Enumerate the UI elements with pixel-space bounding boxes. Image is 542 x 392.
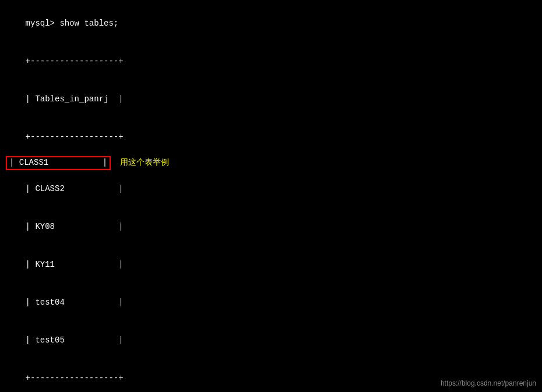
- line-ky11: | KY11 |: [6, 246, 536, 284]
- line-class1: | CLASS1 | 用这个表举例: [6, 156, 536, 170]
- prompt-mysql: mysql> show tables;: [26, 19, 119, 28]
- line-sep2: +------------------+: [6, 118, 536, 156]
- watermark: https://blog.csdn.net/panrenjun: [441, 379, 536, 387]
- line-show-tables: mysql> show tables;: [6, 5, 536, 43]
- line-test05: | test05 |: [6, 322, 536, 359]
- line-table-header: | Tables_in_panrj |: [6, 80, 536, 118]
- line-sep1: +------------------+: [6, 43, 536, 80]
- class1-cell: | CLASS1 |: [6, 156, 111, 170]
- line-test04: | test04 |: [6, 284, 536, 322]
- line-class2: | CLASS2 |: [6, 170, 536, 208]
- line-ky08: | KY08 |: [6, 208, 536, 246]
- class1-annotation: 用这个表举例: [120, 157, 169, 169]
- terminal: mysql> show tables; +------------------+…: [0, 0, 542, 392]
